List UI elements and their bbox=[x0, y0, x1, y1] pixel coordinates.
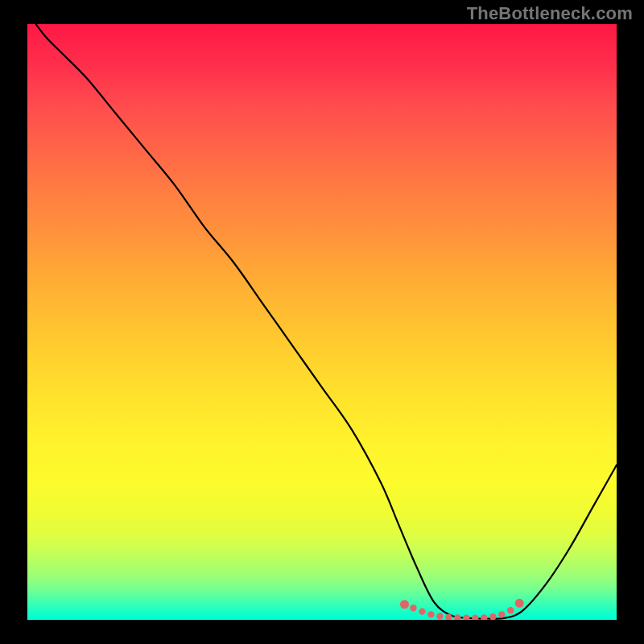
marker-dot bbox=[481, 614, 487, 620]
marker-dot bbox=[498, 611, 505, 617]
marker-dot bbox=[489, 613, 496, 620]
bottleneck-range-dots bbox=[400, 599, 524, 620]
watermark-text: TheBottleneck.com bbox=[467, 3, 633, 24]
curve-svg bbox=[27, 24, 617, 620]
marker-dot bbox=[400, 600, 409, 609]
bottleneck-curve-path bbox=[27, 24, 617, 619]
marker-dot bbox=[427, 611, 434, 617]
plot-area bbox=[27, 24, 617, 620]
marker-dot bbox=[436, 613, 443, 619]
marker-dot bbox=[507, 607, 514, 613]
marker-dot bbox=[410, 605, 416, 611]
marker-dot bbox=[515, 599, 524, 608]
chart-container: TheBottleneck.com bbox=[0, 0, 644, 644]
marker-dot bbox=[472, 615, 478, 620]
marker-dot bbox=[419, 608, 425, 614]
marker-dot bbox=[454, 614, 460, 620]
marker-dot bbox=[463, 615, 469, 620]
